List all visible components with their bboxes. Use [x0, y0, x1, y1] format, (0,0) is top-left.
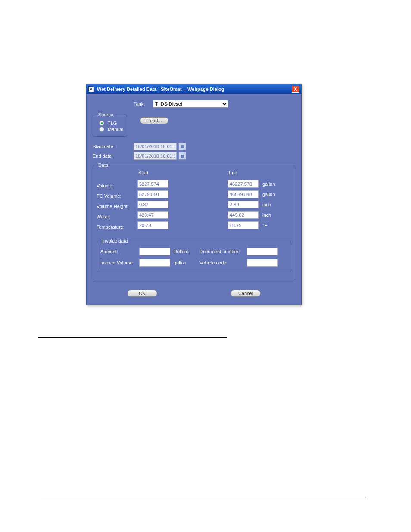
start-header: Start	[137, 170, 228, 179]
vehicle-label: Vehicle code:	[199, 260, 247, 265]
source-legend: Source	[97, 112, 115, 117]
temperature-end[interactable]	[228, 221, 259, 229]
footer-rule	[41, 499, 368, 499]
end-header: End	[228, 170, 275, 179]
tank-select[interactable]: T_DS-Diesel	[153, 100, 228, 108]
amount-unit: Dollars	[174, 249, 195, 254]
radio-tlg-label: TLG	[108, 121, 117, 126]
docnum-label: Document number:	[199, 249, 247, 254]
temperature-start[interactable]	[137, 221, 168, 229]
volheight-unit: inch	[262, 202, 271, 207]
temperature-label: Temperature:	[97, 222, 137, 232]
volume-label: Volume:	[97, 180, 137, 191]
data-legend: Data	[97, 162, 110, 168]
volheight-label: Volume Height:	[97, 201, 137, 212]
start-date-label: Start date:	[93, 144, 134, 149]
radio-tlg[interactable]	[99, 121, 104, 126]
close-button[interactable]: X	[292, 86, 299, 93]
docnum-input[interactable]	[247, 248, 278, 255]
water-end[interactable]	[228, 211, 259, 219]
dialog-window: e Wet Delivery Detailed Data - SiteOmat …	[86, 84, 302, 305]
dialog-body: Tank: T_DS-Diesel Source TLG Manual Read…	[87, 94, 301, 305]
water-start[interactable]	[137, 211, 168, 219]
start-date-input[interactable]	[134, 143, 177, 150]
volheight-end[interactable]	[228, 201, 259, 208]
tcvolume-end[interactable]	[228, 190, 259, 198]
invoice-legend: Invoice data	[100, 238, 129, 243]
invoice-fieldset: Invoice data Amount: Dollars Document nu…	[97, 238, 291, 272]
ok-button[interactable]: OK	[127, 290, 157, 297]
end-date-input[interactable]	[134, 152, 177, 160]
volume-end[interactable]	[228, 180, 259, 188]
read-button[interactable]: Read...	[140, 117, 168, 124]
radio-manual[interactable]	[99, 127, 104, 132]
end-date-label: End date:	[93, 153, 134, 159]
water-unit: inch	[262, 212, 271, 218]
volume-start[interactable]	[137, 180, 168, 188]
window-title: Wet Delivery Detailed Data - SiteOmat --…	[97, 87, 224, 92]
volheight-start[interactable]	[137, 201, 168, 208]
app-icon: e	[88, 86, 94, 92]
titlebar: e Wet Delivery Detailed Data - SiteOmat …	[87, 84, 301, 94]
radio-manual-label: Manual	[108, 127, 123, 132]
temperature-unit: °F	[262, 223, 267, 228]
invvol-unit: gallon	[174, 260, 195, 265]
tcvolume-unit: gallon	[262, 192, 275, 197]
tcvolume-start[interactable]	[137, 190, 168, 198]
amount-input[interactable]	[139, 248, 170, 255]
invvol-input[interactable]	[139, 259, 170, 267]
calendar-icon[interactable]: ▦	[178, 143, 186, 150]
tcvolume-label: TC Volume:	[97, 191, 137, 201]
invvol-label: Invoice Volume:	[100, 260, 139, 265]
calendar-icon[interactable]: ▦	[178, 152, 186, 160]
volume-unit: gallon	[262, 181, 275, 187]
horizontal-rule	[38, 337, 227, 338]
data-fieldset: Data Volume: TC Volume: Volume Height: W…	[93, 162, 295, 280]
vehicle-input[interactable]	[247, 259, 278, 267]
tank-label: Tank:	[134, 101, 153, 106]
water-label: Water:	[97, 212, 137, 222]
amount-label: Amount:	[100, 249, 139, 254]
cancel-button[interactable]: Cancel	[230, 290, 261, 297]
source-fieldset: Source TLG Manual	[93, 112, 127, 137]
